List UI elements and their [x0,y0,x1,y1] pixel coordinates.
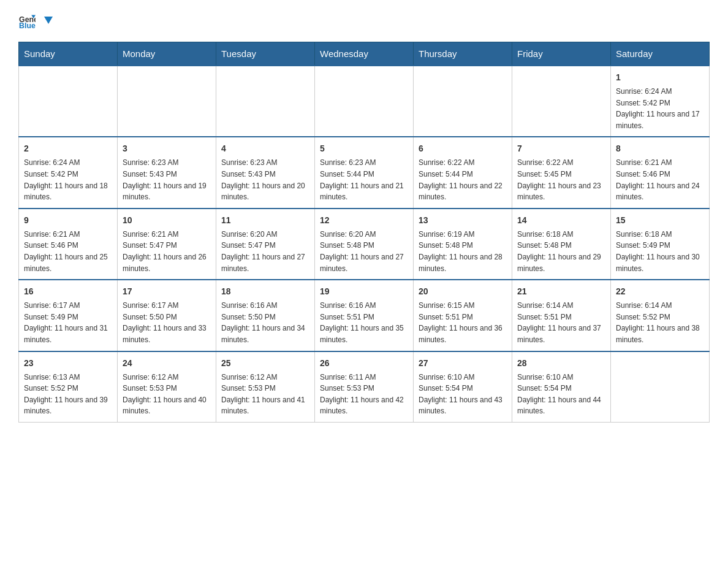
logo: General Blue [18,12,54,29]
day-info: Sunrise: 6:23 AMSunset: 5:43 PMDaylight:… [221,157,309,202]
calendar-day-cell [611,351,710,423]
day-info: Sunrise: 6:10 AMSunset: 5:54 PMDaylight:… [517,372,605,417]
calendar-day-cell: 25Sunrise: 6:12 AMSunset: 5:53 PMDayligh… [216,351,315,423]
calendar-day-cell: 16Sunrise: 6:17 AMSunset: 5:49 PMDayligh… [19,280,118,351]
day-info: Sunrise: 6:22 AMSunset: 5:45 PMDaylight:… [517,157,605,202]
day-number: 22 [616,285,704,298]
calendar-day-cell: 14Sunrise: 6:18 AMSunset: 5:48 PMDayligh… [512,209,611,280]
day-info: Sunrise: 6:14 AMSunset: 5:52 PMDaylight:… [616,300,704,345]
calendar-day-header: Saturday [611,42,710,66]
calendar-day-cell: 15Sunrise: 6:18 AMSunset: 5:49 PMDayligh… [611,209,710,280]
calendar-day-cell [512,66,611,137]
calendar-week-row: 2Sunrise: 6:24 AMSunset: 5:42 PMDaylight… [19,137,710,208]
calendar-day-cell: 3Sunrise: 6:23 AMSunset: 5:43 PMDaylight… [118,137,216,208]
calendar-day-cell: 2Sunrise: 6:24 AMSunset: 5:42 PMDaylight… [19,137,118,208]
calendar-week-row: 23Sunrise: 6:13 AMSunset: 5:52 PMDayligh… [19,351,710,423]
day-number: 10 [123,214,211,227]
day-number: 24 [123,357,211,370]
calendar-week-row: 16Sunrise: 6:17 AMSunset: 5:49 PMDayligh… [19,280,710,351]
day-number: 13 [419,214,507,227]
calendar-day-cell [19,66,118,137]
calendar-day-cell: 5Sunrise: 6:23 AMSunset: 5:44 PMDaylight… [315,137,414,208]
calendar-day-cell: 18Sunrise: 6:16 AMSunset: 5:50 PMDayligh… [216,280,315,351]
day-info: Sunrise: 6:18 AMSunset: 5:48 PMDaylight:… [517,229,605,274]
day-info: Sunrise: 6:24 AMSunset: 5:42 PMDaylight:… [24,157,112,202]
calendar-day-header: Tuesday [216,42,315,66]
calendar-day-cell: 19Sunrise: 6:16 AMSunset: 5:51 PMDayligh… [315,280,414,351]
calendar-day-cell: 17Sunrise: 6:17 AMSunset: 5:50 PMDayligh… [118,280,216,351]
day-info: Sunrise: 6:15 AMSunset: 5:51 PMDaylight:… [419,300,507,345]
calendar-day-header: Wednesday [315,42,414,66]
day-number: 12 [320,214,408,227]
calendar-day-cell: 10Sunrise: 6:21 AMSunset: 5:47 PMDayligh… [118,209,216,280]
calendar-day-cell: 26Sunrise: 6:11 AMSunset: 5:53 PMDayligh… [315,351,414,423]
calendar-day-cell [118,66,216,137]
calendar-day-cell [315,66,414,137]
calendar-week-row: 9Sunrise: 6:21 AMSunset: 5:46 PMDaylight… [19,209,710,280]
calendar-day-cell [414,66,512,137]
day-info: Sunrise: 6:14 AMSunset: 5:51 PMDaylight:… [517,300,605,345]
day-number: 4 [221,142,309,155]
calendar-day-cell: 22Sunrise: 6:14 AMSunset: 5:52 PMDayligh… [611,280,710,351]
day-number: 6 [419,142,507,155]
calendar-header-row: SundayMondayTuesdayWednesdayThursdayFrid… [19,42,710,66]
calendar-day-cell: 11Sunrise: 6:20 AMSunset: 5:47 PMDayligh… [216,209,315,280]
calendar-day-cell: 28Sunrise: 6:10 AMSunset: 5:54 PMDayligh… [512,351,611,423]
day-info: Sunrise: 6:10 AMSunset: 5:54 PMDaylight:… [419,372,507,417]
day-number: 21 [517,285,605,298]
day-number: 20 [419,285,507,298]
day-info: Sunrise: 6:19 AMSunset: 5:48 PMDaylight:… [419,229,507,274]
calendar-day-cell: 21Sunrise: 6:14 AMSunset: 5:51 PMDayligh… [512,280,611,351]
calendar-day-cell: 24Sunrise: 6:12 AMSunset: 5:53 PMDayligh… [118,351,216,423]
day-info: Sunrise: 6:23 AMSunset: 5:44 PMDaylight:… [320,157,408,202]
calendar-day-header: Sunday [19,42,118,66]
calendar-day-cell: 1Sunrise: 6:24 AMSunset: 5:42 PMDaylight… [611,66,710,137]
calendar-day-cell: 13Sunrise: 6:19 AMSunset: 5:48 PMDayligh… [414,209,512,280]
day-info: Sunrise: 6:21 AMSunset: 5:46 PMDaylight:… [24,229,112,274]
page-header: General Blue [18,12,710,29]
svg-text:Blue: Blue [19,21,36,29]
day-info: Sunrise: 6:12 AMSunset: 5:53 PMDaylight:… [221,372,309,417]
day-number: 18 [221,285,309,298]
day-number: 11 [221,214,309,227]
calendar-day-header: Monday [118,42,216,66]
day-info: Sunrise: 6:23 AMSunset: 5:43 PMDaylight:… [123,157,211,202]
day-number: 5 [320,142,408,155]
calendar-day-cell: 6Sunrise: 6:22 AMSunset: 5:44 PMDaylight… [414,137,512,208]
day-number: 14 [517,214,605,227]
day-number: 23 [24,357,112,370]
day-number: 15 [616,214,704,227]
day-number: 28 [517,357,605,370]
logo-icon: General Blue [18,12,36,29]
day-number: 27 [419,357,507,370]
day-number: 8 [616,142,704,155]
day-number: 2 [24,142,112,155]
day-number: 26 [320,357,408,370]
calendar-table: SundayMondayTuesdayWednesdayThursdayFrid… [18,42,710,423]
calendar-week-row: 1Sunrise: 6:24 AMSunset: 5:42 PMDaylight… [19,66,710,137]
day-number: 7 [517,142,605,155]
calendar-day-cell: 4Sunrise: 6:23 AMSunset: 5:43 PMDaylight… [216,137,315,208]
calendar-day-header: Thursday [414,42,512,66]
day-info: Sunrise: 6:11 AMSunset: 5:53 PMDaylight:… [320,372,408,417]
day-number: 3 [123,142,211,155]
calendar-day-cell: 12Sunrise: 6:20 AMSunset: 5:48 PMDayligh… [315,209,414,280]
calendar-day-cell [216,66,315,137]
day-info: Sunrise: 6:21 AMSunset: 5:46 PMDaylight:… [616,157,704,202]
svg-marker-3 [44,17,53,24]
day-number: 9 [24,214,112,227]
calendar-day-cell: 7Sunrise: 6:22 AMSunset: 5:45 PMDaylight… [512,137,611,208]
day-info: Sunrise: 6:16 AMSunset: 5:50 PMDaylight:… [221,300,309,345]
day-number: 25 [221,357,309,370]
calendar-day-cell: 20Sunrise: 6:15 AMSunset: 5:51 PMDayligh… [414,280,512,351]
day-info: Sunrise: 6:17 AMSunset: 5:50 PMDaylight:… [123,300,211,345]
day-number: 1 [616,71,704,84]
day-info: Sunrise: 6:16 AMSunset: 5:51 PMDaylight:… [320,300,408,345]
day-info: Sunrise: 6:22 AMSunset: 5:44 PMDaylight:… [419,157,507,202]
day-info: Sunrise: 6:20 AMSunset: 5:47 PMDaylight:… [221,229,309,274]
calendar-day-cell: 8Sunrise: 6:21 AMSunset: 5:46 PMDaylight… [611,137,710,208]
day-info: Sunrise: 6:21 AMSunset: 5:47 PMDaylight:… [123,229,211,274]
day-info: Sunrise: 6:24 AMSunset: 5:42 PMDaylight:… [616,86,704,131]
day-info: Sunrise: 6:12 AMSunset: 5:53 PMDaylight:… [123,372,211,417]
day-info: Sunrise: 6:13 AMSunset: 5:52 PMDaylight:… [24,372,112,417]
